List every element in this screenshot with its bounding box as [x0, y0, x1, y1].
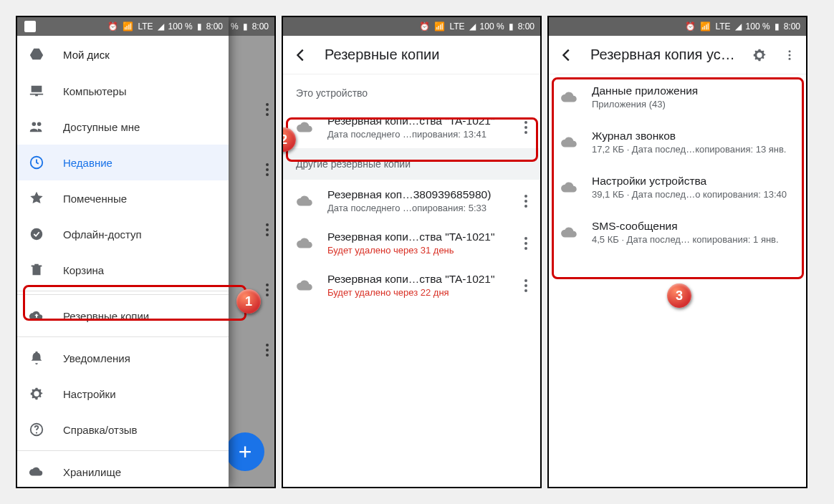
battery-icon: ▮: [197, 21, 202, 32]
detail-title: SMS-сообщения: [592, 220, 795, 233]
battery-text: 100 %: [480, 21, 504, 32]
wifi-icon: 📶: [123, 21, 133, 32]
backup-detail-row[interactable]: SMS-сообщения4,5 КБ · Дата послед… копир…: [549, 210, 806, 255]
alarm-icon: ⏰: [685, 21, 696, 32]
drawer-item-label: Уведомления: [63, 352, 130, 364]
lte-label: LTE: [449, 21, 464, 32]
status-bar: ⏰ 📶 LTE ◢ 100 % ▮ 8:00: [17, 17, 229, 36]
backup-subtitle: Будет удалено через 22 дня: [327, 287, 504, 298]
drawer-item-monitor[interactable]: Компьютеры: [17, 73, 229, 109]
drawer-item-offline[interactable]: Офлайн-доступ: [17, 216, 229, 252]
drawer-item-bell[interactable]: Уведомления: [17, 340, 229, 376]
backup-row[interactable]: Резервная копи…ства "TA-1021"Будет удале…: [283, 264, 540, 306]
detail-subtitle: 4,5 КБ · Дата послед… копирования: 1 янв…: [592, 234, 795, 245]
more-icon[interactable]: [517, 234, 535, 253]
more-icon[interactable]: [517, 118, 535, 137]
status-time: 8:00: [252, 21, 269, 32]
drawer-item-cloud-up[interactable]: Резервные копии: [17, 298, 229, 334]
cloud-icon: [296, 118, 315, 137]
drawer-item-label: Настройки: [63, 388, 116, 400]
app-bar: Резервные копии: [283, 36, 540, 74]
backup-subtitle: Будет удалено через 31 день: [327, 245, 504, 256]
back-icon[interactable]: [293, 47, 309, 63]
drawer-item-gear[interactable]: Настройки: [17, 376, 229, 412]
drawer-item-cloud[interactable]: Хранилище: [17, 454, 229, 487]
bell-icon: [29, 350, 44, 366]
drawer-header[interactable]: Мой диск: [17, 36, 229, 73]
page-title: Резервная копия ус…: [590, 47, 736, 63]
offline-icon: [29, 226, 44, 242]
drawer-item-label: Доступные мне: [63, 121, 140, 133]
callout-3: 3: [667, 284, 691, 308]
backup-subtitle: Дата последнего …пирования: 13:41: [327, 129, 504, 140]
drawer-item-trash[interactable]: Корзина: [17, 252, 229, 288]
detail-subtitle: 17,2 КБ · Дата послед…копирования: 13 ян…: [592, 144, 795, 155]
detail-title: Данные приложения: [592, 84, 795, 97]
section-other-backups: Другие резервные копии: [283, 148, 540, 180]
backup-row[interactable]: Резервная коп…380939685980)Дата последне…: [283, 180, 540, 222]
drawer-item-label: Корзина: [63, 264, 104, 276]
status-time: 8:00: [518, 21, 535, 32]
backup-title: Резервная копи…ства "TA-1021": [327, 115, 504, 127]
app-bar: Резервная копия ус…: [549, 36, 806, 74]
drawer-item-label: Недавние: [63, 157, 112, 169]
status-bar: ⏰ 📶 LTE ◢ 100 % ▮ 8:00: [549, 17, 806, 36]
status-time: 8:00: [784, 21, 800, 32]
callout-1: 1: [236, 289, 261, 314]
backup-detail-row[interactable]: Данные приложенияПриложения (43): [549, 74, 806, 120]
battery-text: 100 %: [746, 21, 770, 32]
app-logo-icon: [24, 21, 36, 32]
battery-text: 100 %: [168, 21, 193, 32]
detail-title: Журнал звонков: [592, 130, 795, 142]
drawer-item-label: Справка/отзыв: [63, 424, 138, 436]
drawer-item-people[interactable]: Доступные мне: [17, 109, 229, 145]
drawer-item-help[interactable]: Справка/отзыв: [17, 412, 229, 447]
drawer-item-label: Компьютеры: [63, 85, 126, 97]
page-title: Резервные копии: [325, 47, 530, 63]
backup-title: Резервная копи…ства "TA-1021": [327, 273, 504, 286]
alarm-icon: ⏰: [107, 21, 118, 32]
monitor-icon: [29, 83, 44, 99]
drive-icon: [29, 47, 44, 62]
cloud-icon: [296, 276, 315, 295]
gear-icon[interactable]: [752, 47, 767, 63]
signal-icon: ◢: [158, 21, 164, 32]
help-icon: [29, 422, 44, 437]
back-icon[interactable]: [559, 47, 575, 63]
backup-detail-row[interactable]: Журнал звонков17,2 КБ · Дата послед…копи…: [549, 120, 806, 165]
trash-icon: [29, 262, 44, 278]
battery-icon: ▮: [509, 21, 514, 32]
backup-title: Резервная коп…380939685980): [327, 188, 504, 201]
people-icon: [29, 119, 44, 135]
screen-3: ⏰ 📶 LTE ◢ 100 % ▮ 8:00 Резервная копия у…: [547, 16, 807, 488]
battery-icon: ▮: [775, 21, 780, 32]
drawer-item-star[interactable]: Помеченные: [17, 180, 229, 216]
cloud-icon: [29, 464, 44, 480]
status-bar: ⏰ 📶 LTE ◢ 100 % ▮ 8:00: [283, 17, 540, 36]
drawer-item-label: Офлайн-доступ: [63, 228, 142, 241]
backup-row-this-device[interactable]: Резервная копи…ства "TA-1021" Дата после…: [283, 106, 540, 148]
more-icon[interactable]: [783, 47, 796, 63]
backup-detail-row[interactable]: Настройки устройства39,1 КБ · Дата после…: [549, 165, 806, 210]
clock-icon: [29, 155, 44, 170]
section-this-device: Это устройство: [283, 74, 540, 106]
backup-row[interactable]: Резервная копи…ства "TA-1021"Будет удале…: [283, 222, 540, 264]
cloud-icon: [296, 234, 315, 253]
star-icon: [29, 190, 44, 206]
signal-icon: ◢: [469, 21, 476, 32]
fab-add[interactable]: +: [226, 432, 264, 471]
more-icon[interactable]: [517, 192, 535, 210]
cloud-icon: [296, 192, 315, 210]
drawer-item-clock[interactable]: Недавние: [17, 145, 229, 180]
alarm-icon: ⏰: [419, 21, 430, 32]
cloud-icon: [560, 223, 579, 242]
lte-label: LTE: [138, 21, 153, 32]
battery-icon: ▮: [243, 21, 248, 32]
drawer-item-label: Хранилище: [63, 466, 121, 478]
drawer-item-label: Резервные копии: [63, 310, 149, 322]
cloud-icon: [560, 178, 579, 197]
screen-2: ⏰ 📶 LTE ◢ 100 % ▮ 8:00 Резервные копии Э…: [282, 16, 542, 488]
gear-icon: [29, 386, 44, 402]
more-icon[interactable]: [517, 276, 535, 295]
cloud-icon: [560, 133, 579, 152]
